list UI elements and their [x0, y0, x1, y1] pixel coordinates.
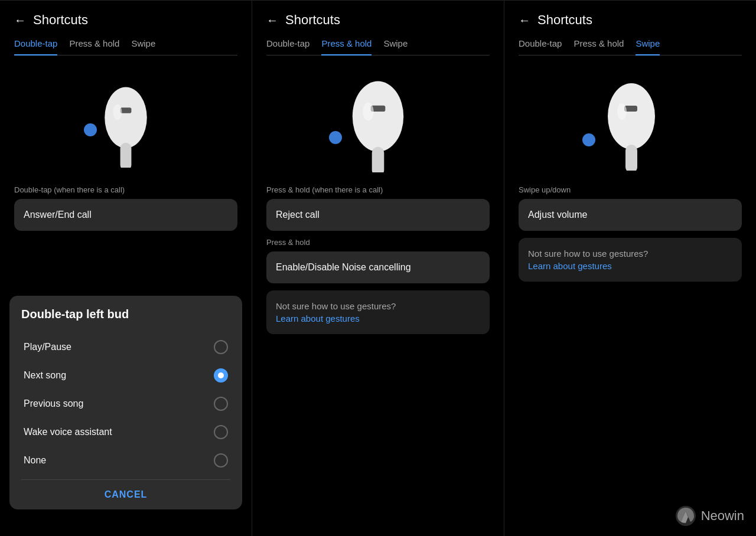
tab-swipe-3[interactable]: Swipe: [636, 38, 660, 55]
svg-rect-2: [120, 107, 132, 113]
svg-rect-6: [372, 146, 384, 172]
radio-circle-play-pause[interactable]: [214, 340, 228, 354]
back-arrow-2[interactable]: ←: [266, 14, 278, 27]
radio-label-play-pause: Play/Pause: [24, 342, 71, 352]
tab-double-tap-3[interactable]: Double-tap: [519, 38, 562, 55]
panel3-title: Shortcuts: [537, 12, 592, 28]
option-box-2b[interactable]: Enable/Disable Noise cancelling: [266, 251, 490, 283]
svg-point-10: [608, 83, 655, 149]
tabs-2: Double-tap Press & hold Swipe: [266, 38, 490, 55]
svg-point-0: [105, 87, 147, 149]
tab-double-tap-2[interactable]: Double-tap: [266, 38, 309, 55]
radio-circle-previous-song[interactable]: [214, 397, 228, 411]
radio-circle-next-song[interactable]: [214, 368, 228, 383]
watermark: Neowin: [675, 505, 744, 527]
info-text-3: Not sure how to use gestures?: [528, 249, 648, 259]
back-arrow-3[interactable]: ←: [519, 14, 530, 27]
panel-press-hold: ← Shortcuts Double-tap Press & hold Swip…: [252, 1, 504, 536]
radio-none[interactable]: None: [21, 446, 230, 475]
cancel-button[interactable]: CANCEL: [21, 479, 230, 500]
tab-swipe-2[interactable]: Swipe: [383, 38, 408, 55]
panel2-title: Shortcuts: [285, 12, 340, 28]
tab-swipe-1[interactable]: Swipe: [131, 38, 155, 55]
panel1-title: Shortcuts: [33, 12, 88, 28]
blue-dot-3: [582, 133, 595, 146]
section1-label-2: Press & hold (when there is a call): [266, 185, 490, 194]
learn-gestures-link-3[interactable]: Learn about gestures: [528, 261, 732, 271]
section2-label-2: Press & hold: [266, 238, 490, 247]
watermark-text: Neowin: [701, 508, 744, 524]
svg-point-8: [363, 102, 374, 120]
radio-label-next-song: Next song: [24, 370, 66, 381]
back-arrow-1[interactable]: ←: [14, 14, 26, 27]
radio-previous-song[interactable]: Previous song: [21, 390, 230, 418]
section1-label-3: Swipe up/down: [519, 185, 742, 194]
blue-dot-2: [329, 131, 342, 144]
panel3-header: ← Shortcuts: [519, 12, 742, 28]
dropdown-title: Double-tap left bud: [21, 308, 230, 321]
svg-rect-11: [625, 145, 637, 171]
svg-point-3: [113, 104, 122, 120]
radio-next-song[interactable]: Next song: [21, 361, 230, 390]
earbud-image-3: [519, 67, 742, 174]
earbud-image-1: [14, 67, 237, 174]
info-text-2: Not sure how to use gestures?: [276, 301, 396, 311]
panel-swipe: ← Shortcuts Double-tap Press & hold Swip…: [504, 1, 756, 536]
option-box-3[interactable]: Adjust volume: [519, 199, 742, 231]
panel-double-tap: ← Shortcuts Double-tap Press & hold Swip…: [0, 1, 252, 536]
radio-voice-assistant[interactable]: Wake voice assistant: [21, 418, 230, 446]
panel2-header: ← Shortcuts: [266, 12, 490, 28]
dropdown-overlay: Double-tap left bud Play/Pause Next song…: [9, 296, 242, 509]
radio-circle-none[interactable]: [214, 453, 228, 468]
radio-circle-voice-assistant[interactable]: [214, 425, 228, 439]
info-box-3: Not sure how to use gestures? Learn abou…: [519, 238, 742, 282]
radio-label-voice-assistant: Wake voice assistant: [24, 427, 112, 437]
option-box-1[interactable]: Answer/End call: [14, 199, 237, 231]
tabs-3: Double-tap Press & hold Swipe: [519, 38, 742, 55]
svg-point-5: [353, 81, 403, 151]
tab-press-hold-3[interactable]: Press & hold: [573, 38, 624, 55]
radio-label-none: None: [24, 455, 46, 466]
tab-press-hold-1[interactable]: Press & hold: [69, 38, 119, 55]
radio-label-previous-song: Previous song: [24, 398, 83, 409]
blue-dot-1: [84, 123, 97, 136]
learn-gestures-link-2[interactable]: Learn about gestures: [276, 313, 480, 323]
tab-press-hold-2[interactable]: Press & hold: [321, 38, 372, 55]
section1-label-1: Double-tap (when there is a call): [14, 185, 237, 194]
svg-point-13: [617, 103, 627, 120]
earbud-image-2: [266, 67, 490, 174]
panel1-header: ← Shortcuts: [14, 12, 237, 28]
info-box-2: Not sure how to use gestures? Learn abou…: [266, 290, 490, 334]
svg-rect-1: [120, 143, 132, 168]
option-box-2a[interactable]: Reject call: [266, 199, 490, 231]
neowin-logo-icon: [675, 505, 696, 527]
tabs-1: Double-tap Press & hold Swipe: [14, 38, 237, 55]
radio-play-pause[interactable]: Play/Pause: [21, 333, 230, 361]
tab-double-tap-1[interactable]: Double-tap: [14, 38, 57, 55]
